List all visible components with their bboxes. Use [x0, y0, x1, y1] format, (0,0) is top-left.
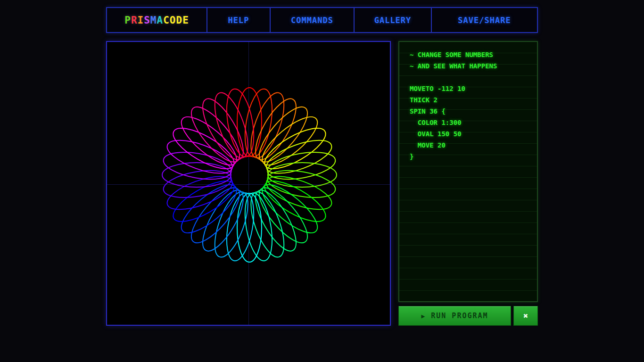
nav-item-label: COMMANDS — [291, 16, 333, 25]
nav-item-label: SAVE/SHARE — [458, 16, 511, 25]
code-line[interactable] — [399, 72, 537, 83]
drawing-canvas — [106, 41, 391, 326]
nav-item-help[interactable]: HELP — [207, 8, 271, 32]
spirograph-oval — [222, 87, 258, 159]
logo-letter: R — [131, 15, 138, 26]
code-line[interactable]: } — [399, 151, 537, 162]
code-editor[interactable]: ~ CHANGE SOME NUMBERS~ AND SEE WHAT HAPP… — [398, 41, 538, 302]
spirograph-svg — [107, 42, 390, 325]
run-program-label: RUN PROGRAM — [431, 312, 488, 320]
code-line[interactable]: THICK 2 — [399, 94, 537, 106]
x-icon: ✖ — [523, 311, 528, 321]
spirograph-oval — [240, 191, 277, 263]
code-line[interactable]: MOVETO -112 10 — [399, 83, 537, 94]
nav-item-commands[interactable]: COMMANDS — [271, 8, 355, 32]
spirograph-oval — [237, 193, 262, 262]
clear-button[interactable]: ✖ — [513, 306, 538, 326]
logo-letter: D — [176, 15, 182, 26]
spirograph-oval — [161, 148, 233, 184]
logo-letter: C — [163, 15, 170, 26]
spirograph-oval — [263, 170, 336, 216]
nav-item-label: HELP — [228, 16, 249, 25]
spirograph-oval — [163, 133, 236, 180]
spirograph-oval — [161, 166, 233, 202]
spirograph-oval — [265, 148, 338, 184]
spirograph-oval — [222, 191, 258, 263]
top-navbar: PRISMACODE HELP COMMANDS GALLERY SAVE/SH… — [106, 7, 538, 33]
logo-cell[interactable]: PRISMACODE — [107, 8, 207, 32]
nav-item-save-share[interactable]: SAVE/SHARE — [432, 8, 537, 32]
prismacode-logo: PRISMACODE — [124, 15, 189, 26]
logo-letter: P — [124, 15, 131, 26]
spirograph-oval — [162, 163, 231, 187]
nav-item-label: GALLERY — [374, 16, 412, 25]
spirograph-oval — [208, 188, 255, 261]
run-program-button[interactable]: ▶ RUN PROGRAM — [398, 306, 511, 326]
nav-item-gallery[interactable]: GALLERY — [355, 8, 432, 32]
spirograph-oval — [268, 163, 337, 187]
controls-row: ▶ RUN PROGRAM ✖ — [398, 306, 538, 326]
code-line[interactable]: COLOR 1:300 — [399, 117, 537, 128]
logo-letter: O — [170, 15, 176, 26]
code-line[interactable]: OVAL 150 50 — [399, 128, 537, 140]
spirograph-oval — [208, 89, 255, 162]
spirograph-oval — [240, 87, 277, 159]
code-line[interactable]: ~ AND SEE WHAT HAPPENS — [399, 60, 537, 72]
logo-letter: S — [144, 15, 150, 26]
spirograph-oval — [237, 88, 262, 156]
code-line[interactable]: MOVE 20 — [399, 140, 537, 151]
logo-letter: M — [150, 15, 157, 26]
code-line[interactable]: SPIN 36 { — [399, 106, 537, 117]
play-icon: ▶ — [421, 313, 426, 320]
logo-letter: A — [157, 15, 164, 26]
logo-letter: E — [182, 15, 189, 26]
logo-letter: I — [138, 15, 144, 26]
code-line[interactable]: ~ CHANGE SOME NUMBERS — [399, 49, 537, 60]
spirograph-oval — [265, 166, 338, 202]
